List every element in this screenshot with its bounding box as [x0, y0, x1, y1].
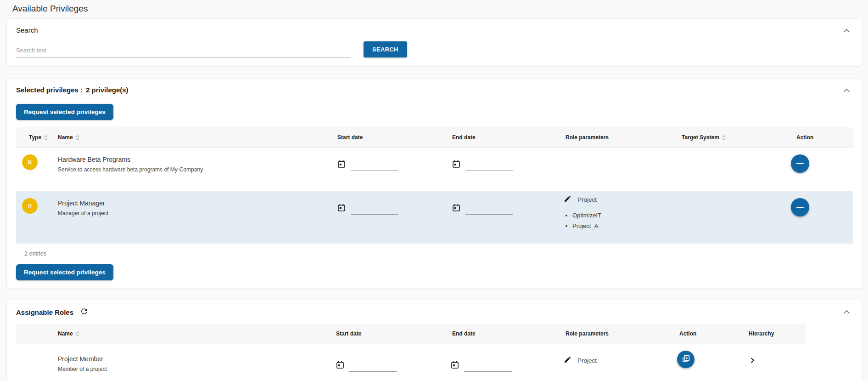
start-date-picker-button[interactable]	[336, 361, 344, 369]
edit-role-parameter-button[interactable]	[563, 356, 571, 364]
refresh-icon	[80, 307, 89, 317]
role-parameter-label: Project	[577, 196, 597, 203]
selected-table-header-row: Type Name Start date End date	[16, 127, 853, 148]
end-date-input[interactable]	[464, 361, 512, 372]
pencil-icon	[564, 197, 571, 204]
assignable-roles-table: Name Start date End date Role parameters	[16, 324, 806, 381]
column-header-start-date: Start date	[330, 127, 445, 148]
sort-icon	[722, 135, 726, 140]
assignable-roles-table-wrap: Name Start date End date Role parameters	[16, 324, 853, 381]
role-parameter-values: OptimizeIT Project_A	[563, 210, 672, 231]
privilege-name: Hardware Beta Programs	[58, 156, 330, 163]
search-card-title: Search	[16, 26, 853, 34]
target-system-cell	[672, 192, 787, 244]
privilege-description: Manager of a project	[58, 210, 330, 216]
refresh-button[interactable]	[79, 307, 89, 317]
assignable-roles-title: Assignable Roles	[16, 308, 73, 316]
chevron-up-icon	[843, 28, 850, 34]
role-parameters-cell	[558, 148, 672, 192]
column-header-name[interactable]: Name	[52, 127, 330, 148]
column-header-start-date: Start date	[330, 324, 445, 344]
column-header-end-date: End date	[445, 127, 558, 148]
column-header-name[interactable]: Name	[16, 324, 330, 344]
column-header-end-date: End date	[445, 324, 558, 344]
target-system-cell	[672, 148, 787, 192]
start-date-input[interactable]	[351, 204, 398, 215]
selected-privileges-title-text: Selected privileges :	[16, 86, 83, 94]
role-parameters-cell: Project OptimizeIT Project_A	[558, 192, 672, 244]
add-role-button[interactable]	[677, 351, 694, 368]
role-parameters-cell: Project	[558, 344, 672, 381]
assignable-table-header-row: Name Start date End date Role parameters	[16, 324, 806, 344]
table-row: R Hardware Beta Programs Service to acce…	[16, 148, 853, 192]
column-header-action: Action	[672, 324, 734, 344]
selected-privileges-table: Type Name Start date End date	[16, 127, 853, 244]
pencil-icon	[564, 358, 571, 365]
sort-icon	[76, 331, 79, 336]
expand-hierarchy-button[interactable]	[749, 357, 756, 365]
column-header-type[interactable]: Type	[16, 127, 52, 148]
privilege-type-badge: R	[22, 198, 38, 214]
end-date-input[interactable]	[465, 160, 513, 171]
calendar-icon	[452, 163, 460, 170]
selected-privileges-title: Selected privileges :2 privilege(s)	[16, 86, 853, 94]
column-header-role-parameters: Role parameters	[558, 127, 672, 148]
collapse-assignable-button[interactable]	[841, 307, 852, 318]
chevron-right-icon	[749, 358, 756, 365]
role-parameter-value: Project_A	[572, 221, 672, 231]
calendar-icon	[451, 364, 459, 370]
collapse-selected-button[interactable]	[841, 85, 852, 96]
role-description: Member of a project	[58, 366, 330, 372]
search-input[interactable]	[16, 44, 351, 57]
end-date-picker-button[interactable]	[451, 361, 459, 369]
column-header-target-system[interactable]: Target System	[672, 127, 787, 148]
privilege-type-badge: R	[22, 154, 38, 170]
search-card: Search SEARCH	[7, 19, 862, 66]
minus-icon	[796, 207, 804, 208]
column-header-action: Action	[787, 127, 853, 148]
start-date-input[interactable]	[349, 361, 397, 372]
table-row: R Project Manager Manager of a project	[16, 192, 853, 244]
calendar-icon	[337, 206, 346, 213]
minus-icon	[796, 163, 804, 165]
end-date-picker-button[interactable]	[452, 204, 460, 212]
remove-privilege-button[interactable]	[791, 154, 809, 173]
start-date-picker-button[interactable]	[337, 160, 346, 168]
selected-privileges-count: 2 privilege(s)	[86, 86, 129, 94]
assignable-roles-card: Assignable Roles Name	[7, 300, 862, 381]
collapse-search-button[interactable]	[841, 25, 852, 36]
header-divider	[16, 344, 853, 344]
chevron-up-icon	[843, 87, 850, 94]
start-date-picker-button[interactable]	[337, 204, 346, 212]
role-parameter-label: Project	[577, 357, 597, 364]
search-button[interactable]: SEARCH	[364, 41, 407, 57]
end-date-input[interactable]	[465, 204, 513, 215]
library-add-icon	[681, 354, 690, 365]
role-parameter-value: OptimizeIT	[572, 210, 672, 221]
privilege-name: Project Manager	[58, 199, 330, 207]
page-title: Available Privileges	[12, 4, 868, 14]
entries-count: 2 entries	[16, 250, 853, 257]
chevron-up-icon	[843, 309, 850, 316]
table-row: Project Member Member of a project	[16, 344, 806, 381]
privilege-description: Service to access hardware beta programs…	[58, 166, 330, 173]
role-name: Project Member	[58, 355, 330, 363]
sort-icon	[76, 135, 79, 140]
calendar-icon	[337, 163, 346, 170]
request-selected-privileges-button-bottom[interactable]: Request selected privileges	[16, 264, 113, 280]
start-date-input[interactable]	[351, 160, 398, 171]
column-header-role-parameters: Role parameters	[558, 324, 672, 344]
column-header-hierarchy: Hierarchy	[734, 324, 806, 344]
sort-icon	[44, 135, 48, 140]
request-selected-privileges-button-top[interactable]: Request selected privileges	[16, 104, 113, 120]
calendar-icon	[452, 206, 460, 213]
calendar-icon	[336, 364, 344, 370]
selected-privileges-card: Selected privileges :2 privilege(s) Requ…	[7, 79, 862, 289]
end-date-picker-button[interactable]	[452, 160, 460, 168]
remove-privilege-button[interactable]	[791, 198, 809, 216]
edit-role-parameter-button[interactable]	[563, 195, 571, 204]
